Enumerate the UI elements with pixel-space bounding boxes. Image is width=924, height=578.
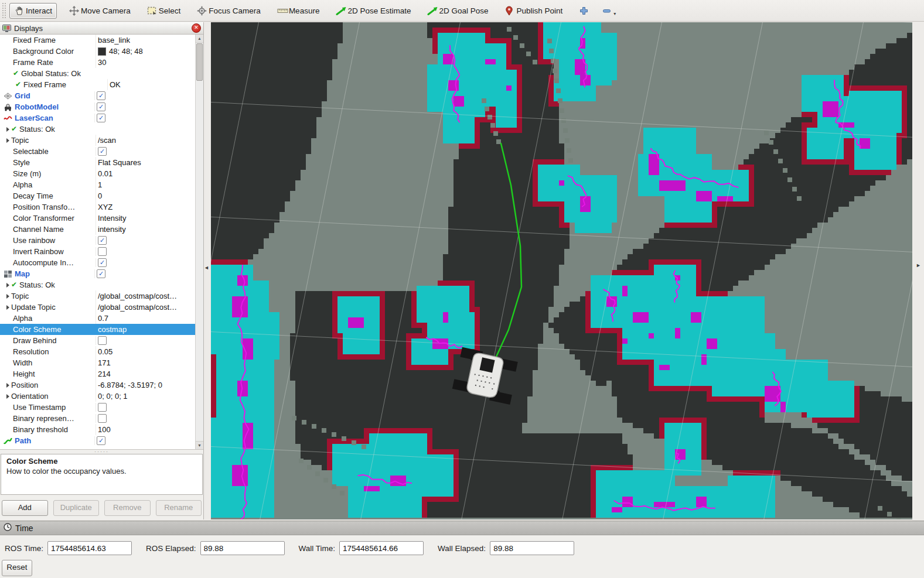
tree-row-resolution[interactable]: Resolution0.05 [0,346,196,357]
tree-row-channel-name[interactable]: Channel Nameintensity [0,224,196,235]
checkbox[interactable] [98,336,107,345]
tree-row-height[interactable]: Height214 [0,368,196,379]
tree-row-alpha[interactable]: Alpha1 [0,179,196,190]
checkbox[interactable]: ✓ [97,114,105,122]
toolbar-drag-handle[interactable] [1,3,7,18]
property-label: Status: Ok [19,124,55,135]
checkbox[interactable] [98,247,107,256]
tree-row-background-color[interactable]: Background Color48; 48; 48 [0,46,196,57]
tree-row-status-ok[interactable]: ✔Status: Ok [0,279,196,290]
tree-row-color-scheme[interactable]: Color Schemecostmap [0,324,196,335]
tree-row-alpha[interactable]: Alpha0.7 [0,313,196,324]
tree-row-use-timestamp[interactable]: Use Timestamp [0,402,196,413]
tree-row-map[interactable]: Map✓ [0,268,196,279]
tree-row-autocompute-in-[interactable]: Autocompute In…✓ [0,257,196,268]
toolbar-button-select[interactable]: Select [143,4,185,18]
expander-icon[interactable] [6,383,9,388]
property-label: Alpha [13,179,32,190]
close-icon[interactable]: ✕ [192,23,201,33]
checkbox[interactable]: ✓ [98,236,107,245]
rename-button: Rename [156,500,202,516]
panel-splitter-handle[interactable]: ····· [0,450,203,454]
toolbar-button-publish-point[interactable]: Publish Point [501,4,567,18]
collapse-left-icon[interactable]: ◄ [204,265,209,271]
add-button[interactable]: Add [2,500,48,516]
tree-row-frame-rate[interactable]: Frame Rate30 [0,57,196,68]
wall-elapsed-input[interactable] [490,541,574,555]
checkbox[interactable]: ✓ [97,436,105,445]
scroll-up-icon[interactable]: ▲ [196,35,203,43]
tree-row-update-topic[interactable]: Update Topic/global_costmap/cost… [0,302,196,313]
expander-icon[interactable] [6,394,9,399]
toolbar-button-minus[interactable]: ▾ [598,4,620,18]
checkbox[interactable] [98,414,107,423]
tree-row-topic[interactable]: Topic/scan [0,135,196,146]
tree-row-binary-threshold[interactable]: Binary threshold100 [0,424,196,435]
expander-icon[interactable] [6,294,9,299]
tree-row-position-transfo-[interactable]: Position Transfo…XYZ [0,201,196,213]
checkbox[interactable]: ✓ [98,258,107,267]
property-label: Fixed Frame [23,79,66,90]
property-value: 100 [98,424,111,435]
property-label: RobotModel [15,101,59,112]
tree-row-fixed-frame[interactable]: ✔Fixed FrameOK [0,79,196,90]
tree-row-size-m-[interactable]: Size (m)0.01 [0,168,196,179]
tree-row-status-ok[interactable]: ✔Status: Ok [0,124,196,135]
expander-icon[interactable] [6,283,9,288]
property-label: Use Timestamp [13,402,66,413]
property-label: Use rainbow [13,235,55,246]
tree-row-style[interactable]: StyleFlat Squares [0,157,196,168]
toolbar-button-measure[interactable]: Measure [273,4,324,18]
ruler-icon [277,6,287,16]
checkbox[interactable]: ✓ [98,147,107,156]
property-label: Map [15,268,30,279]
expander-icon[interactable] [6,127,9,132]
tree-row-fixed-frame[interactable]: Fixed Framebase_link [0,35,196,46]
reset-button[interactable]: Reset [2,560,32,576]
toolbar-button-interact[interactable]: Interact [9,3,57,19]
property-label: Topic [11,290,29,302]
tree-row-selectable[interactable]: Selectable✓ [0,146,196,157]
tree-row-decay-time[interactable]: Decay Time0 [0,190,196,201]
toolbar-button-2d-pose-estimate[interactable]: 2D Pose Estimate [332,4,415,18]
checkbox[interactable] [98,403,107,412]
toolbar-button-plus[interactable] [575,4,593,18]
wall-time-input[interactable] [339,541,424,555]
color-swatch[interactable] [98,47,106,56]
toolbar-button-focus-camera[interactable]: Focus Camera [193,4,265,18]
tree-row-color-transformer[interactable]: Color TransformerIntensity [0,213,196,224]
ros-elapsed-input[interactable] [200,541,285,555]
ros-time-input[interactable] [47,541,132,555]
expander-icon[interactable] [6,138,9,143]
toolbar-button-move-camera[interactable]: Move Camera [65,4,135,18]
3d-viewport[interactable] [211,22,912,519]
property-label: Color Transformer [13,213,74,224]
tree-row-path[interactable]: Path✓ [0,435,196,446]
checkbox[interactable]: ✓ [97,102,105,111]
tree-row-draw-behind[interactable]: Draw Behind [0,335,196,346]
tree-row-laserscan[interactable]: LaserScan✓ [0,112,196,124]
collapse-right-icon[interactable]: ► [916,262,921,268]
toolbar-button-2d-goal-pose[interactable]: 2D Goal Pose [423,4,492,18]
tree-row-global-status-ok[interactable]: ✔Global Status: Ok [0,68,196,79]
tree-row-grid[interactable]: Grid✓ [0,90,196,101]
tree-row-invert-rainbow[interactable]: Invert Rainbow [0,246,196,257]
tree-scrollbar[interactable]: ▲ ▼ [195,35,203,449]
checkbox[interactable]: ✓ [97,91,105,100]
tree-row-position[interactable]: Position-6.8784; -3.5197; 0 [0,379,196,391]
property-label: Channel Name [13,224,64,235]
checkbox[interactable]: ✓ [97,269,105,278]
tree-row-orientation[interactable]: Orientation0; 0; 0; 1 [0,391,196,402]
tree-row-use-rainbow[interactable]: Use rainbow✓ [0,235,196,246]
tree-row-robotmodel[interactable]: RobotModel✓ [0,101,196,112]
scrollbar-thumb[interactable] [196,43,203,81]
expander-icon[interactable] [6,305,9,310]
costmap-render-canvas[interactable] [211,22,912,519]
displays-panel-header: Displays ✕ [0,22,203,35]
tree-row-width[interactable]: Width171 [0,357,196,368]
property-label: Decay Time [13,190,53,201]
robot-icon [4,103,12,111]
tree-row-binary-represen-[interactable]: Binary represen… [0,413,196,424]
scroll-down-icon[interactable]: ▼ [196,441,203,449]
tree-row-topic[interactable]: Topic/global_costmap/cost… [0,290,196,302]
